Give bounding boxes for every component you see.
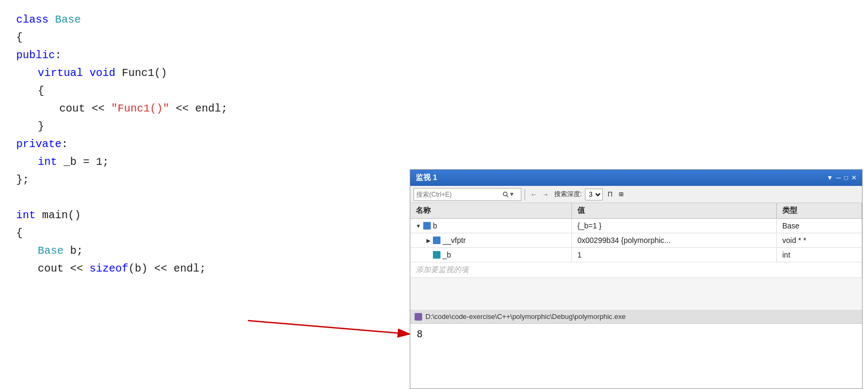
search-icon <box>502 191 509 198</box>
cell-vfptr-type: void * * <box>777 233 862 247</box>
col-header-name: 名称 <box>410 203 572 218</box>
var-type-vfptr: void * * <box>782 236 806 245</box>
output-exe-path: D:\code\code-exercise\C++\polymorphic\De… <box>425 312 625 321</box>
var-name-_b: _b <box>443 251 451 259</box>
table-row-_b[interactable]: ▶ _b 1 int <box>410 248 862 262</box>
cell-_b-name: ▶ _b <box>410 248 572 262</box>
var-value-b: {_b=1 } <box>577 221 602 230</box>
depth-label: 搜索深度: <box>554 190 582 199</box>
cell-_b-type: int <box>777 248 862 262</box>
add-watch-label: 添加要监视的项 <box>416 265 469 275</box>
search-icon-btn[interactable]: ▼ <box>502 191 514 198</box>
output-header: D:\code\code-exercise\C++\polymorphic\De… <box>410 310 862 324</box>
toolbar-separator <box>525 189 525 200</box>
keyword-class: class <box>16 11 55 29</box>
cell-vfptr-value: 0x00299b34 {polymorphic... <box>572 233 777 247</box>
code-line-7: } <box>16 117 852 135</box>
table-row-add[interactable]: 添加要监视的项 <box>410 262 862 278</box>
code-line-1: class Base <box>16 11 852 29</box>
watch-controls: ▼ ─ □ ✕ <box>826 174 857 182</box>
search-box[interactable]: ▼ <box>414 188 521 201</box>
expand-b-icon[interactable]: ▼ <box>416 223 421 229</box>
code-line-5: { <box>16 82 852 100</box>
pin-toolbar-button[interactable]: ⊓ <box>606 189 614 200</box>
code-line-2: { <box>16 29 852 46</box>
table-row-vfptr[interactable]: ▶ __vfptr 0x00299b34 {polymorphic... voi… <box>410 233 862 248</box>
depth-select[interactable]: 3 1 2 4 5 <box>585 189 603 200</box>
var-value-vfptr: 0x00299b34 {polymorphic... <box>577 236 671 245</box>
cell-add-label: 添加要监视的项 <box>410 262 862 277</box>
var-type-_b: int <box>782 251 790 259</box>
var-icon-b <box>423 222 431 230</box>
svg-point-2 <box>504 192 507 196</box>
restore-button[interactable]: □ <box>844 174 848 182</box>
watch-toolbar: ▼ ← → 搜索深度: 3 1 2 4 5 ⊓ ⊞ <box>410 186 862 203</box>
var-type-b: Base <box>782 221 800 230</box>
cell-_b-value: 1 <box>572 248 777 262</box>
output-panel: D:\code\code-exercise\C++\polymorphic\De… <box>410 310 863 389</box>
table-row-b[interactable]: ▼ b {_b=1 } Base <box>410 219 862 233</box>
class-name: Base <box>55 11 81 29</box>
code-line-6: cout << "Func1()" << endl; <box>16 100 852 117</box>
var-name-vfptr: __vfptr <box>443 236 466 245</box>
watch-title: 监视 1 <box>416 173 437 183</box>
code-line-4: virtual void Func1() <box>16 64 852 82</box>
output-icon <box>415 313 422 321</box>
minimize-button[interactable]: ─ <box>836 174 841 182</box>
var-name-b: b <box>433 221 437 230</box>
columns-button[interactable]: ⊞ <box>617 189 625 200</box>
var-value-_b: 1 <box>577 251 582 259</box>
search-input[interactable] <box>416 191 502 198</box>
code-line-9: int _b = 1; <box>16 153 852 171</box>
expand-vfptr-icon[interactable]: ▶ <box>426 238 431 244</box>
col-header-type: 类型 <box>777 203 862 218</box>
var-icon-_b <box>433 251 440 259</box>
nav-back-button[interactable]: ← <box>528 190 539 199</box>
cell-vfptr-name: ▶ __vfptr <box>410 233 572 247</box>
close-button[interactable]: ✕ <box>851 174 857 182</box>
output-content: 8 <box>410 324 862 388</box>
code-line-8: private: <box>16 135 852 153</box>
output-value: 8 <box>417 328 423 339</box>
nav-forward-button[interactable]: → <box>540 190 551 199</box>
nav-buttons: ← → <box>528 190 551 199</box>
pin-button[interactable]: ▼ <box>826 174 833 182</box>
col-header-value: 值 <box>572 203 777 218</box>
cell-b-value: {_b=1 } <box>572 219 777 233</box>
table-header: 名称 值 类型 <box>410 203 862 219</box>
code-line-3: public: <box>16 46 852 64</box>
var-icon-vfptr <box>433 237 440 244</box>
cell-b-type: Base <box>777 219 862 233</box>
cell-b-name: ▼ b <box>410 219 572 233</box>
svg-line-3 <box>507 196 508 197</box>
watch-title-bar: 监视 1 ▼ ─ □ ✕ <box>410 170 862 186</box>
